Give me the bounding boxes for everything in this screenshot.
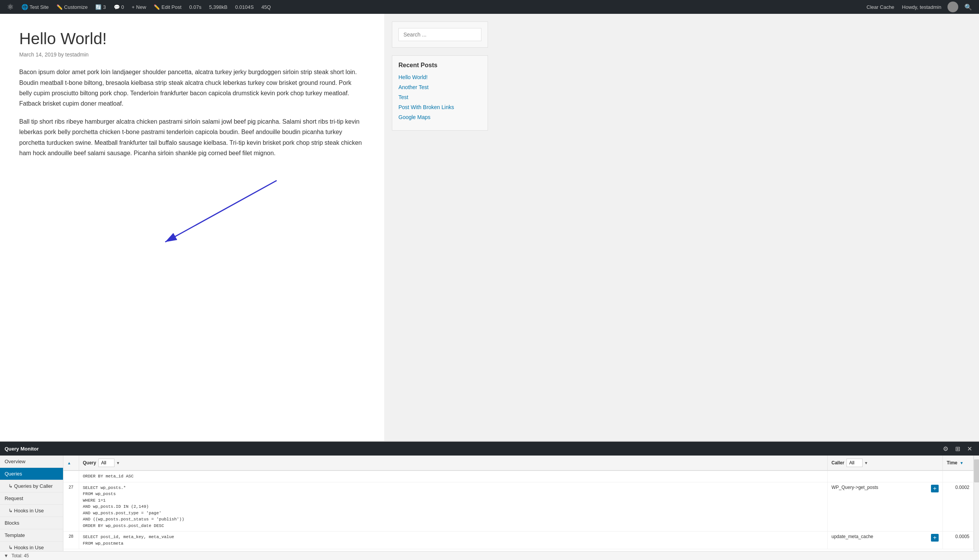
recent-post-link[interactable]: Post With Broken Links (399, 104, 454, 110)
new-link[interactable]: + New (129, 0, 150, 14)
recent-post-link[interactable]: Test (399, 94, 409, 100)
query-monitor-panel: Query Monitor ⚙ ⊞ ✕ OverviewQueries↳ Que… (0, 441, 979, 445)
queries-stat: 45Q (258, 0, 274, 14)
perf-stat: 0.07s (186, 0, 204, 14)
memory-stat: 5,398kB (206, 0, 230, 14)
recent-post-link[interactable]: Another Test (399, 84, 429, 90)
howdy-text: Howdy, testadmin (899, 4, 944, 10)
qm-settings-button[interactable]: ⚙ (941, 444, 951, 445)
search-input[interactable] (399, 28, 482, 41)
edit-post-link[interactable]: ✏️ Edit Post (151, 0, 184, 14)
page-wrapper: Hello World! March 14, 2019 by testadmin… (0, 14, 979, 445)
updates-link[interactable]: 🔄 3 (92, 0, 109, 14)
site-name-link[interactable]: 🌐 Test Site (18, 0, 52, 14)
recent-post-item: Hello World! (399, 74, 482, 80)
qm-expand-button[interactable]: ⊞ (953, 444, 962, 445)
comments-link[interactable]: 💬 0 (111, 0, 127, 14)
recent-post-link[interactable]: Hello World! (399, 74, 428, 80)
recent-posts-list: Hello World!Another TestTestPost With Br… (399, 74, 482, 120)
admin-bar: ⚛ 🌐 Test Site ✏️ Customize 🔄 3 💬 0 + New… (0, 0, 979, 14)
post-meta: March 14, 2019 by testadmin (19, 52, 365, 58)
post-paragraph-1: Bacon ipsum dolor amet pork loin landjae… (19, 67, 365, 109)
post-paragraph-2: Ball tip short ribs ribeye hamburger alc… (19, 117, 365, 158)
post-content-area: Hello World! March 14, 2019 by testadmin… (0, 14, 384, 445)
sidebar: Recent Posts Hello World!Another TestTes… (384, 14, 495, 445)
recent-post-link[interactable]: Google Maps (399, 114, 430, 120)
customize-link[interactable]: ✏️ Customize (53, 0, 91, 14)
search-widget (392, 22, 488, 48)
recent-post-item: Post With Broken Links (399, 104, 482, 110)
recent-post-item: Google Maps (399, 114, 482, 120)
post-body: Bacon ipsum dolor amet pork loin landjae… (19, 67, 365, 158)
qm-close-button[interactable]: ✕ (965, 444, 974, 445)
recent-post-item: Another Test (399, 84, 482, 90)
wp-logo[interactable]: ⚛ (4, 0, 17, 14)
perf2-stat: 0.0104S (232, 0, 257, 14)
recent-post-item: Test (399, 94, 482, 100)
search-button[interactable]: 🔍 (961, 0, 975, 14)
query-monitor-actions: ⚙ ⊞ ✕ (941, 444, 974, 445)
recent-posts-widget: Recent Posts Hello World!Another TestTes… (392, 55, 488, 131)
clear-cache-button[interactable]: Clear Cache (863, 0, 897, 14)
avatar (947, 2, 958, 12)
recent-posts-title: Recent Posts (399, 62, 482, 69)
query-monitor-header: Query Monitor ⚙ ⊞ ✕ (0, 442, 979, 445)
post-title: Hello World! (19, 29, 365, 48)
